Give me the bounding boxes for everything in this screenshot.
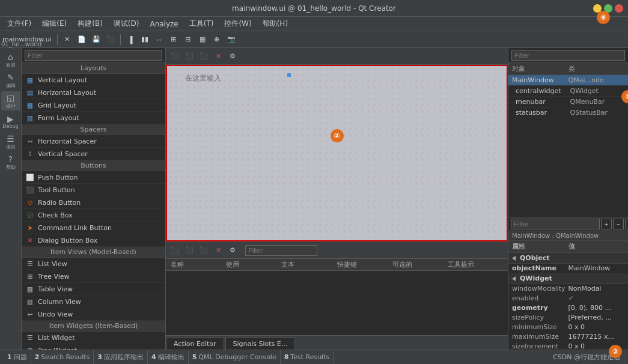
widget-horizontal-layout[interactable]: ▤ Horizontal Layout xyxy=(22,86,165,99)
widget-undo-view[interactable]: ↩ Undo View xyxy=(22,308,165,321)
status-app-output[interactable]: 3 应用程序输出 xyxy=(94,350,148,364)
status-search-results[interactable]: 2 Search Results xyxy=(31,350,94,364)
activity-welcome[interactable]: ⌂ 欢迎 xyxy=(1,50,20,70)
activity-debug[interactable]: ▶ Debug xyxy=(1,112,20,131)
toolbar-btn11[interactable]: ⊕ xyxy=(210,33,224,46)
list-view-icon: ☰ xyxy=(25,259,35,268)
action-tabs: Action Editor Signals Slots E... xyxy=(166,335,508,350)
obj-row-statusbar[interactable]: statusbar QStatusBar xyxy=(508,108,628,118)
widget-command-link-label: Command Link Button xyxy=(38,224,112,232)
prop-row-enabled[interactable]: enabled ✓ xyxy=(508,294,628,303)
toolbar-btn7[interactable]: ↔ xyxy=(153,33,166,46)
action-toolbar-delete[interactable]: ⬛ xyxy=(197,244,210,257)
prop-col-property: 属性 xyxy=(512,242,569,251)
designer-toolbar-btn5[interactable]: ⚙ xyxy=(226,50,239,63)
prop-icon-x[interactable]: ✕ xyxy=(625,219,628,229)
obj-row-menubar[interactable]: menubar QMenuBar xyxy=(508,97,628,108)
status-problems[interactable]: 1 问题 xyxy=(4,350,31,364)
menu-widgets[interactable]: 控件(W) xyxy=(219,17,256,30)
prop-minimumsize-val: 0 x 0 xyxy=(569,323,625,331)
prop-filter-icons: + − ✕ xyxy=(601,219,628,229)
radio-button-icon: ⊙ xyxy=(25,198,35,207)
widget-vertical-layout[interactable]: ▦ Vertical Layout xyxy=(22,74,165,86)
activity-bar: ⌂ 欢迎 ✎ 编辑 ◱ 设计 ▶ Debug ☰ 项目 ? 帮助 01_he..… xyxy=(0,48,22,350)
toolbar-btn10[interactable]: ▦ xyxy=(196,33,209,46)
menu-edit[interactable]: 编辑(E) xyxy=(37,17,72,30)
obj-row-mainwindow[interactable]: MainWindow QMai...ndo xyxy=(508,75,628,86)
widget-dialog-button-box[interactable]: ✕ Dialog Button Box xyxy=(22,234,165,247)
widget-list-widget[interactable]: ☰ List Widget xyxy=(22,332,165,344)
status-app-num: 3 xyxy=(97,353,102,361)
obj-row-centralwidget[interactable]: centralwidget QWidget xyxy=(508,86,628,97)
status-bar: 1 问题 2 Search Results 3 应用程序输出 4 编译输出 5 … xyxy=(0,350,628,364)
menu-help[interactable]: 帮助(H) xyxy=(258,17,293,30)
activity-edit[interactable]: ✎ 编辑 xyxy=(1,71,20,90)
activity-project[interactable]: ☰ 项目 xyxy=(1,132,20,151)
prop-row-maximumsize[interactable]: maximumSize 16777215 x... xyxy=(508,332,628,342)
action-toolbar-cancel[interactable]: ✕ xyxy=(212,244,225,257)
menu-tools[interactable]: 工具(T) xyxy=(184,17,219,30)
action-toolbar-copy[interactable]: ⬛ xyxy=(183,244,196,257)
prop-geometry-val: [0, 0), 800 ... xyxy=(569,304,625,312)
widget-column-view[interactable]: ▥ Column View xyxy=(22,296,165,308)
widget-form-layout[interactable]: ▥ Form Layout xyxy=(22,112,165,124)
action-editor-toolbar: ⬛ ⬛ ⬛ ✕ ⚙ xyxy=(166,242,508,259)
widget-grid-layout[interactable]: ▦ Grid Layout xyxy=(22,99,165,112)
activity-help[interactable]: ? 帮助 xyxy=(1,153,20,172)
toolbar-btn12[interactable]: 📷 xyxy=(225,33,238,46)
toolbar-btn4[interactable]: ⬛ xyxy=(104,33,117,46)
prop-row-windowmodality[interactable]: windowModality NonModal xyxy=(508,284,628,294)
toolbar-save[interactable]: 💾 xyxy=(90,33,103,46)
toolbar-btn8[interactable]: ⊞ xyxy=(167,33,180,46)
prop-row-sizepolicy[interactable]: sizePolicy [Preferred, ... xyxy=(508,313,628,323)
prop-filter-input[interactable] xyxy=(511,219,600,229)
designer-toolbar-btn3[interactable]: ⬛ xyxy=(197,50,210,63)
menu-file[interactable]: 文件(F) xyxy=(2,17,36,30)
activity-design[interactable]: ◱ 设计 xyxy=(1,91,20,111)
menu-build[interactable]: 构建(B) xyxy=(73,17,108,30)
widget-table-view[interactable]: ▦ Table View xyxy=(22,283,165,296)
toolbar-open[interactable]: 📄 xyxy=(75,33,88,46)
tab-signals-slots[interactable]: Signals Slots E... xyxy=(225,338,296,350)
status-qml-debugger[interactable]: 5 QML Debugger Console xyxy=(189,350,281,364)
designer-canvas[interactable]: 在这里输入 ② xyxy=(166,65,508,241)
menu-analyze[interactable]: Analyze xyxy=(145,19,183,29)
widget-radio-button[interactable]: ⊙ Radio Button xyxy=(22,196,165,209)
widget-filter-input[interactable] xyxy=(25,50,162,61)
widget-h-spacer[interactable]: ↔ Horizontal Spacer xyxy=(22,135,165,148)
action-filter-input[interactable] xyxy=(245,245,317,256)
widget-command-link[interactable]: ➤ Command Link Button xyxy=(22,222,165,234)
widget-push-button[interactable]: ⬜ Push Button xyxy=(22,171,165,184)
prop-icon-plus[interactable]: + xyxy=(601,219,612,229)
object-filter-input[interactable] xyxy=(511,50,625,61)
obj-col-class: 类 xyxy=(569,64,625,73)
widget-tool-button[interactable]: ⬛ Tool Button xyxy=(22,184,165,196)
prop-row-minimumsize[interactable]: minimumSize 0 x 0 xyxy=(508,323,628,332)
widget-list-view[interactable]: ☰ List View xyxy=(22,258,165,270)
close-button[interactable] xyxy=(615,4,623,13)
action-toolbar-settings[interactable]: ⚙ xyxy=(226,244,239,257)
toolbar-btn9[interactable]: ⊟ xyxy=(181,33,195,46)
status-compile-output[interactable]: 4 编译输出 xyxy=(148,350,189,364)
toolbar-new[interactable]: ✕ xyxy=(61,33,74,46)
tab-action-editor[interactable]: Action Editor xyxy=(166,338,224,350)
toolbar-btn5[interactable]: ▐ xyxy=(124,33,137,46)
designer-toolbar-btn1[interactable]: ⬛ xyxy=(168,50,181,63)
widget-check-box[interactable]: ☑ Check Box xyxy=(22,209,165,222)
prop-row-geometry[interactable]: geometry [0, 0), 800 ... xyxy=(508,303,628,313)
status-test-results[interactable]: 8 Test Results xyxy=(281,350,334,364)
prop-row-objectname[interactable]: objectName MainWindow xyxy=(508,264,628,273)
action-toolbar-add[interactable]: ⬛ xyxy=(168,244,181,257)
widget-tree-widget[interactable]: ⊞ Tree Widget xyxy=(22,344,165,350)
widget-grid-layout-label: Grid Layout xyxy=(38,102,76,109)
widget-check-box-label: Check Box xyxy=(38,211,73,219)
widget-v-spacer[interactable]: ↕ Vertical Spacer xyxy=(22,148,165,160)
designer-toolbar-btn4[interactable]: ✕ xyxy=(212,50,225,63)
widget-tree-view[interactable]: ⊞ Tree View xyxy=(22,270,165,283)
object-filter-area xyxy=(508,48,628,63)
prop-table-header: 属性 值 xyxy=(508,241,628,253)
toolbar-btn6[interactable]: ▮▮ xyxy=(138,33,151,46)
menu-debug[interactable]: 调试(D) xyxy=(109,17,144,30)
prop-icon-minus[interactable]: − xyxy=(613,219,624,229)
designer-toolbar-btn2[interactable]: ⬛ xyxy=(183,50,196,63)
